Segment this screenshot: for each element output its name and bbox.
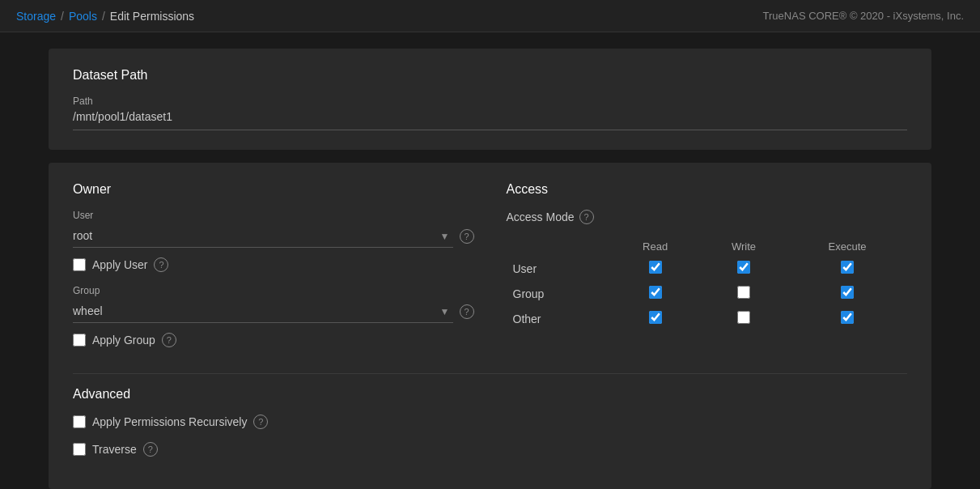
- access-title: Access: [507, 182, 908, 197]
- group-help-icon[interactable]: ?: [460, 304, 474, 319]
- traverse-row: Traverse ?: [73, 442, 907, 457]
- access-mode-row: Access Mode ?: [507, 210, 908, 224]
- apply-recursive-checkbox[interactable]: [73, 415, 86, 428]
- user-write-checkbox[interactable]: [737, 261, 750, 274]
- breadcrumb-sep-1: /: [61, 10, 64, 23]
- apply-user-label[interactable]: Apply User: [92, 258, 147, 271]
- user-execute-cell: [787, 256, 907, 281]
- apply-group-label[interactable]: Apply Group: [92, 334, 155, 347]
- access-section: Access Access Mode ? Read Write Execute: [507, 182, 908, 360]
- apply-group-row: Apply Group ?: [73, 333, 474, 347]
- other-row-label: Other: [507, 306, 611, 331]
- path-value: /mnt/pool1/dataset1: [73, 110, 907, 130]
- group-read-checkbox[interactable]: [649, 286, 662, 299]
- user-row-label: User: [507, 256, 611, 281]
- group-field-label: Group: [73, 285, 474, 296]
- traverse-label[interactable]: Traverse: [92, 443, 137, 456]
- user-read-checkbox[interactable]: [649, 261, 662, 274]
- apply-recursive-row: Apply Permissions Recursively ?: [73, 415, 907, 429]
- table-row: User: [507, 256, 908, 281]
- other-read-cell: [610, 306, 700, 331]
- group-write-checkbox[interactable]: [737, 286, 750, 299]
- access-table: Read Write Execute User G: [507, 237, 908, 331]
- user-select[interactable]: root: [73, 224, 453, 248]
- apply-group-checkbox[interactable]: [73, 334, 86, 347]
- group-execute-checkbox[interactable]: [841, 286, 854, 299]
- apply-recursive-help-icon[interactable]: ?: [253, 415, 268, 429]
- table-row: Other: [507, 306, 908, 331]
- user-read-cell: [610, 256, 700, 281]
- user-help-icon[interactable]: ?: [460, 229, 474, 244]
- apply-group-help-icon[interactable]: ?: [162, 333, 176, 347]
- access-mode-text: Access Mode: [507, 210, 575, 223]
- group-execute-cell: [787, 281, 907, 306]
- col-header-empty: [507, 237, 611, 256]
- advanced-title: Advanced: [73, 387, 907, 402]
- breadcrumb: Storage / Pools / Edit Permissions: [16, 10, 194, 23]
- other-execute-checkbox[interactable]: [841, 311, 854, 324]
- access-table-header: Read Write Execute: [507, 237, 908, 256]
- user-select-wrapper: root ▼: [73, 224, 453, 248]
- path-label: Path: [73, 96, 907, 107]
- group-select-wrapper: wheel ▼: [73, 300, 453, 323]
- apply-user-help-icon[interactable]: ?: [154, 257, 168, 272]
- breadcrumb-storage[interactable]: Storage: [16, 10, 56, 23]
- breadcrumb-pools[interactable]: Pools: [69, 10, 97, 23]
- apply-recursive-label[interactable]: Apply Permissions Recursively: [92, 415, 247, 428]
- owner-section: Owner User root ▼ ? Apply User: [73, 182, 474, 360]
- user-select-row: root ▼ ?: [73, 224, 474, 248]
- brand-text: TrueNAS CORE® © 2020 - iXsystems, Inc.: [763, 10, 964, 22]
- group-select[interactable]: wheel: [73, 300, 453, 323]
- apply-user-row: Apply User ?: [73, 257, 474, 272]
- group-read-cell: [610, 281, 700, 306]
- user-field-label: User: [73, 210, 474, 221]
- owner-access-card: Owner User root ▼ ? Apply User: [49, 163, 931, 489]
- user-write-cell: [700, 256, 787, 281]
- traverse-checkbox[interactable]: [73, 443, 86, 456]
- other-execute-cell: [787, 306, 907, 331]
- traverse-help-icon[interactable]: ?: [143, 442, 158, 457]
- owner-title: Owner: [73, 182, 474, 197]
- group-select-row: wheel ▼ ?: [73, 300, 474, 323]
- topbar: Storage / Pools / Edit Permissions TrueN…: [0, 0, 980, 32]
- breadcrumb-sep-2: /: [102, 10, 105, 23]
- breadcrumb-current: Edit Permissions: [110, 10, 194, 23]
- col-header-execute: Execute: [787, 237, 907, 256]
- other-write-cell: [700, 306, 787, 331]
- col-header-write: Write: [700, 237, 787, 256]
- group-row-label: Group: [507, 281, 611, 306]
- user-execute-checkbox[interactable]: [841, 261, 854, 274]
- apply-user-checkbox[interactable]: [73, 258, 86, 271]
- two-col-layout: Owner User root ▼ ? Apply User: [73, 182, 907, 360]
- other-write-checkbox[interactable]: [737, 311, 750, 324]
- advanced-section: Advanced Apply Permissions Recursively ?…: [73, 387, 907, 457]
- access-mode-help-icon[interactable]: ?: [579, 210, 594, 224]
- section-divider: [73, 373, 907, 374]
- col-header-read: Read: [610, 237, 700, 256]
- other-read-checkbox[interactable]: [649, 311, 662, 324]
- main-content: Dataset Path Path /mnt/pool1/dataset1 Ow…: [0, 32, 980, 489]
- group-write-cell: [700, 281, 787, 306]
- dataset-path-card: Dataset Path Path /mnt/pool1/dataset1: [49, 49, 931, 150]
- dataset-path-title: Dataset Path: [73, 68, 907, 83]
- table-row: Group: [507, 281, 908, 306]
